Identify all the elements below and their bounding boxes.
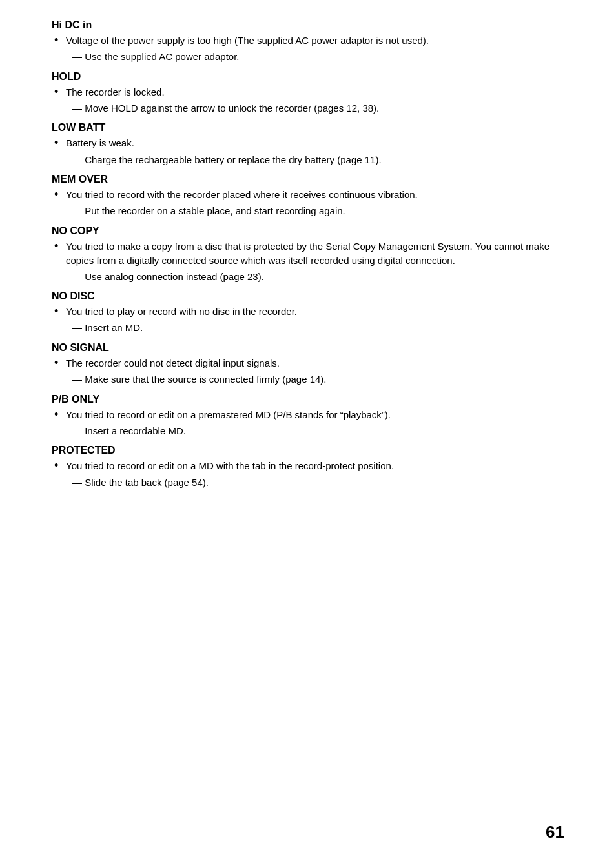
- bullet-symbol: •: [54, 187, 66, 203]
- section-title-hi-dc-in: Hi DC in: [52, 19, 564, 31]
- bullet-text-no-copy-0: You tried to make a copy from a disc tha…: [66, 239, 564, 268]
- section-hold: HOLD•The recorder is locked.— Move HOLD …: [52, 71, 564, 116]
- bullet-item-hold-0: •The recorder is locked.: [54, 85, 564, 100]
- indent-item-mem-over-0: — Put the recorder on a stable place, an…: [72, 204, 564, 219]
- bullet-item-pb-only-0: •You tried to record or edit on a premas…: [54, 408, 564, 423]
- section-mem-over: MEM OVER•You tried to record with the re…: [52, 174, 564, 219]
- bullet-text-hi-dc-in-0: Voltage of the power supply is too high …: [66, 34, 564, 48]
- bullet-text-no-disc-0: You tried to play or record with no disc…: [66, 305, 564, 319]
- bullet-symbol: •: [54, 238, 66, 254]
- section-title-mem-over: MEM OVER: [52, 174, 564, 185]
- bullet-item-low-batt-0: •Battery is weak.: [54, 136, 564, 151]
- bullet-item-no-copy-0: •You tried to make a copy from a disc th…: [54, 239, 564, 268]
- section-title-no-signal: NO SIGNAL: [52, 342, 564, 354]
- bullet-item-no-signal-0: •The recorder could not detect digital i…: [54, 356, 564, 371]
- section-no-disc: NO DISC•You tried to play or record with…: [52, 290, 564, 336]
- bullet-symbol: •: [54, 303, 66, 319]
- bullet-item-protected-0: •You tried to record or edit on a MD wit…: [54, 459, 564, 474]
- section-protected: PROTECTED•You tried to record or edit on…: [52, 445, 564, 490]
- section-title-protected: PROTECTED: [52, 445, 564, 456]
- section-title-pb-only: P/B ONLY: [52, 394, 564, 405]
- section-pb-only: P/B ONLY•You tried to record or edit on …: [52, 394, 564, 439]
- indent-item-no-signal-0: — Make sure that the source is connected…: [72, 372, 564, 387]
- bullet-text-protected-0: You tried to record or edit on a MD with…: [66, 459, 564, 474]
- section-low-batt: LOW BATT•Battery is weak.— Charge the re…: [52, 122, 564, 167]
- bullet-symbol: •: [54, 407, 66, 423]
- section-title-hold: HOLD: [52, 71, 564, 83]
- indent-item-low-batt-0: — Charge the rechargeable battery or rep…: [72, 153, 564, 168]
- section-title-no-copy: NO COPY: [52, 225, 564, 237]
- bullet-symbol: •: [54, 135, 66, 151]
- bullet-text-hold-0: The recorder is locked.: [66, 85, 564, 100]
- section-title-low-batt: LOW BATT: [52, 122, 564, 134]
- indent-item-hold-0: — Move HOLD against the arrow to unlock …: [72, 101, 564, 116]
- section-title-no-disc: NO DISC: [52, 290, 564, 302]
- bullet-symbol: •: [54, 458, 66, 474]
- bullet-text-low-batt-0: Battery is weak.: [66, 136, 564, 151]
- bullet-item-hi-dc-in-0: •Voltage of the power supply is too high…: [54, 34, 564, 48]
- indent-item-hi-dc-in-0: — Use the supplied AC power adaptor.: [72, 50, 564, 65]
- indent-item-protected-0: — Slide the tab back (page 54).: [72, 476, 564, 490]
- bullet-symbol: •: [54, 355, 66, 371]
- section-hi-dc-in: Hi DC in•Voltage of the power supply is …: [52, 19, 564, 65]
- indent-item-no-copy-0: — Use analog connection instead (page 23…: [72, 270, 564, 285]
- section-no-signal: NO SIGNAL•The recorder could not detect …: [52, 342, 564, 387]
- bullet-item-mem-over-0: •You tried to record with the recorder p…: [54, 188, 564, 203]
- page-number: 61: [546, 822, 564, 842]
- bullet-symbol: •: [54, 32, 66, 48]
- indent-item-pb-only-0: — Insert a recordable MD.: [72, 424, 564, 439]
- page-content: Hi DC in•Voltage of the power supply is …: [0, 0, 616, 535]
- bullet-text-no-signal-0: The recorder could not detect digital in…: [66, 356, 564, 371]
- bullet-text-mem-over-0: You tried to record with the recorder pl…: [66, 188, 564, 203]
- bullet-symbol: •: [54, 84, 66, 100]
- section-no-copy: NO COPY•You tried to make a copy from a …: [52, 225, 564, 285]
- indent-item-no-disc-0: — Insert an MD.: [72, 321, 564, 336]
- bullet-item-no-disc-0: •You tried to play or record with no dis…: [54, 305, 564, 319]
- bullet-text-pb-only-0: You tried to record or edit on a premast…: [66, 408, 564, 423]
